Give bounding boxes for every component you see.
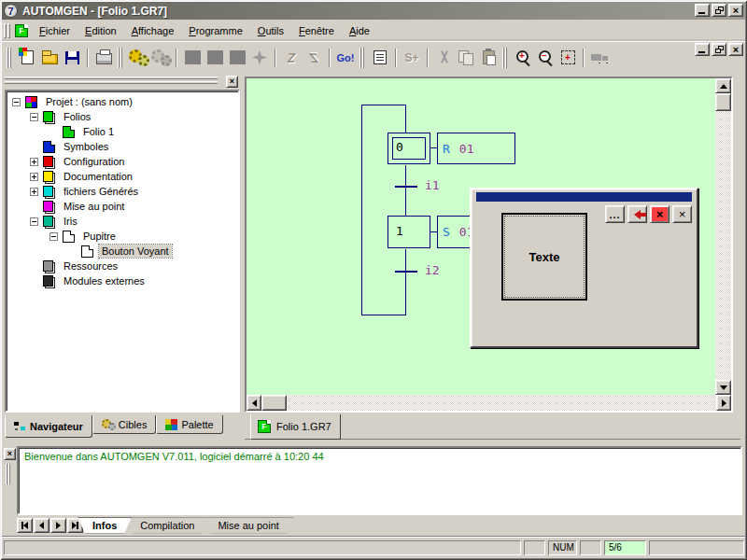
connect-button[interactable] bbox=[280, 47, 303, 69]
tab-infos[interactable]: Infos bbox=[78, 517, 132, 534]
zoom-selection-button[interactable]: + bbox=[557, 47, 579, 69]
expand-icon[interactable] bbox=[30, 173, 38, 181]
toolbar-grip-1[interactable] bbox=[7, 48, 13, 68]
disconnect-button[interactable] bbox=[303, 47, 325, 69]
symbols-list-button[interactable] bbox=[369, 47, 391, 69]
grafcet-step-0[interactable]: 0 bbox=[388, 133, 430, 164]
menu-outils[interactable]: Outils bbox=[250, 22, 291, 39]
run-mode-3-button[interactable] bbox=[226, 47, 248, 69]
menu-aide[interactable]: Aide bbox=[342, 22, 377, 39]
horizontal-scrollbar[interactable] bbox=[247, 395, 731, 411]
expand-icon[interactable] bbox=[30, 188, 38, 196]
previous-tab-button[interactable] bbox=[34, 518, 49, 533]
save-button[interactable] bbox=[61, 47, 83, 69]
collapse-icon[interactable] bbox=[12, 98, 21, 106]
run-mode-2-button[interactable] bbox=[204, 47, 226, 69]
grafcet-canvas[interactable]: 0 R 01 i1 1 S 01 i2 bbox=[247, 78, 715, 395]
pupitre-window[interactable]: ... × × Texte bbox=[470, 188, 698, 348]
collapse-icon[interactable] bbox=[49, 232, 58, 241]
menu-fichier[interactable]: Fichier bbox=[32, 22, 78, 39]
close-button[interactable]: × bbox=[728, 4, 743, 17]
next-tab-button[interactable] bbox=[50, 518, 66, 533]
scroll-right-button[interactable] bbox=[716, 395, 731, 411]
minimize-button[interactable] bbox=[695, 4, 710, 17]
tree-item-pupitre[interactable]: Pupitre bbox=[7, 229, 238, 244]
sync-button[interactable] bbox=[248, 47, 271, 69]
horizontal-scroll-thumb[interactable] bbox=[261, 395, 287, 411]
open-button[interactable] bbox=[38, 47, 61, 69]
tree-item-modules-externes[interactable]: Modules externes bbox=[7, 273, 238, 288]
tree-item-mise-au-point[interactable]: Mise au point bbox=[7, 199, 238, 214]
grafcet-transition-tick[interactable] bbox=[395, 186, 417, 188]
grafcet-step-1[interactable]: 1 bbox=[388, 216, 430, 248]
zoom-in-button[interactable]: + bbox=[512, 47, 534, 69]
tree-item-folios[interactable]: Folios bbox=[7, 109, 238, 124]
tree-item-folio-1[interactable]: Folio 1 bbox=[7, 124, 238, 139]
compile-button[interactable] bbox=[127, 47, 149, 69]
tree-item-ressources[interactable]: Ressources bbox=[7, 259, 238, 273]
menu-edition[interactable]: Edition bbox=[78, 22, 124, 39]
tree-item-documentation[interactable]: Documentation bbox=[7, 169, 238, 184]
pupitre-title-strip[interactable] bbox=[476, 192, 692, 202]
scroll-down-button[interactable] bbox=[715, 380, 731, 395]
tab-mise-au-point[interactable]: Mise au point bbox=[203, 517, 293, 534]
document-icon[interactable]: F bbox=[15, 24, 28, 37]
tree-item-configuration[interactable]: Configuration bbox=[7, 154, 238, 169]
paste-button[interactable] bbox=[477, 47, 500, 69]
print-button[interactable] bbox=[92, 47, 115, 69]
texte-button[interactable]: Texte bbox=[501, 213, 587, 301]
tab-palette[interactable]: Palette bbox=[156, 415, 222, 434]
tab-cibles[interactable]: Cibles bbox=[92, 415, 157, 434]
delete-button[interactable]: × bbox=[650, 205, 669, 223]
tree-item-symboles[interactable]: Symboles bbox=[7, 139, 238, 154]
menubar-grip2[interactable] bbox=[7, 23, 10, 38]
restore-button[interactable] bbox=[712, 4, 726, 17]
menu-affichage[interactable]: Affichage bbox=[124, 22, 182, 39]
grafcet-transition-tick[interactable] bbox=[395, 271, 417, 273]
vertical-scroll-thumb[interactable] bbox=[715, 93, 731, 111]
panel-drag-ridge[interactable] bbox=[5, 81, 218, 84]
collapse-icon[interactable] bbox=[30, 217, 38, 226]
tree-item-iris[interactable]: Iris bbox=[7, 214, 238, 229]
scroll-up-button[interactable] bbox=[715, 78, 731, 93]
menu-fenetre[interactable]: Fenêtre bbox=[291, 22, 342, 39]
toolbar-grip-3[interactable] bbox=[359, 48, 366, 68]
compile-target-button[interactable] bbox=[149, 47, 172, 69]
output-panel-grip[interactable] bbox=[6, 464, 10, 484]
title-bar[interactable]: 7 AUTOMGEN - [Folio 1.GR7] × bbox=[2, 2, 745, 20]
tree-item-projet[interactable]: Projet : (sans nom) bbox=[7, 94, 238, 109]
close-pupitre-button[interactable]: × bbox=[672, 205, 692, 223]
grafcet-transition-i1[interactable]: i1 bbox=[425, 178, 440, 192]
navigator-panel-header[interactable]: × bbox=[5, 75, 240, 89]
grafcet-transition-i2[interactable]: i2 bbox=[425, 263, 440, 277]
panel-drag-ridge[interactable] bbox=[5, 77, 218, 79]
output-console[interactable]: Bienvenue dans AUTOMGEN V7.011, logiciel… bbox=[17, 446, 742, 515]
tab-folio-1-gr7[interactable]: F Folio 1.GR7 bbox=[250, 414, 341, 440]
go-button[interactable]: Go! bbox=[334, 47, 357, 69]
toolbar-grip-4[interactable] bbox=[502, 48, 509, 68]
back-button[interactable] bbox=[627, 205, 647, 223]
add-symbol-button[interactable]: S+ bbox=[401, 47, 423, 69]
tab-navigateur[interactable]: Navigateur bbox=[5, 415, 92, 438]
output-close-button[interactable]: × bbox=[4, 448, 16, 460]
run-mode-1-button[interactable] bbox=[181, 47, 204, 69]
tree-item-fichiers-generes[interactable]: fichiers Générés bbox=[7, 184, 238, 199]
tree-item-bouton-voyant[interactable]: Bouton Voyant bbox=[7, 244, 238, 259]
cut-button[interactable] bbox=[432, 47, 455, 69]
copy-button[interactable] bbox=[455, 47, 477, 69]
vertical-scrollbar[interactable] bbox=[715, 78, 731, 395]
grafcet-action-r01[interactable]: R 01 bbox=[437, 133, 515, 164]
first-tab-button[interactable] bbox=[17, 518, 33, 533]
toolbar-grip-2[interactable] bbox=[118, 48, 124, 68]
scroll-left-button[interactable] bbox=[247, 395, 261, 411]
properties-button[interactable]: ... bbox=[605, 205, 625, 223]
menu-programme[interactable]: Programme bbox=[181, 22, 249, 39]
transfer-button[interactable] bbox=[588, 47, 611, 69]
tab-compilation[interactable]: Compilation bbox=[125, 517, 209, 534]
collapse-icon[interactable] bbox=[30, 113, 38, 121]
expand-icon[interactable] bbox=[30, 158, 38, 166]
new-button[interactable] bbox=[16, 47, 38, 69]
menubar-grip[interactable] bbox=[4, 23, 7, 38]
zoom-out-button[interactable]: − bbox=[534, 47, 557, 69]
navigator-close-button[interactable]: × bbox=[226, 76, 238, 88]
